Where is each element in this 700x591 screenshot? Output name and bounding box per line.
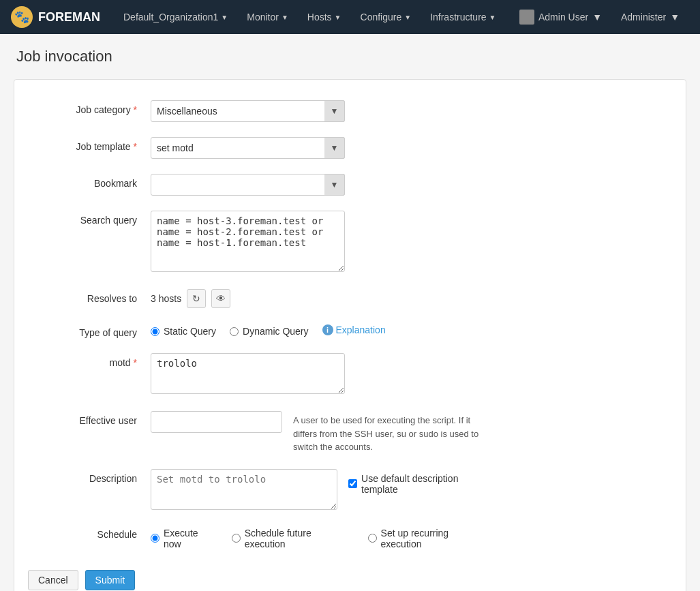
- resolves-count: 3 hosts: [151, 293, 181, 304]
- effective-user-label: Effective user: [28, 411, 151, 426]
- top-navigation: 🐾 FOREMAN Default_Organization1 ▼ Monito…: [0, 0, 700, 34]
- recurring-option[interactable]: Set up recurring execution: [368, 528, 491, 549]
- effective-user-group: Effective user A user to be used for exe…: [28, 411, 672, 454]
- effective-user-help: A user to be used for executing the scri…: [293, 411, 491, 454]
- nav-configure[interactable]: Configure ▼: [351, 0, 421, 34]
- type-of-query-group: Type of query Static Query Dynamic Query…: [28, 323, 672, 338]
- job-category-label: Job category: [28, 100, 151, 115]
- org-caret-icon: ▼: [221, 14, 228, 21]
- configure-caret-icon: ▼: [404, 14, 411, 21]
- bookmark-select[interactable]: [151, 174, 345, 196]
- nav-right: Admin User ▼ Administer ▼: [510, 0, 689, 34]
- preview-button[interactable]: 👁: [211, 289, 230, 308]
- job-template-label: Job template: [28, 137, 151, 152]
- cancel-button[interactable]: Cancel: [28, 570, 78, 590]
- description-wrap: Use default description template: [151, 469, 491, 510]
- job-category-group: Job category Miscellaneous ▼: [28, 100, 672, 122]
- static-query-option[interactable]: Static Query: [151, 326, 216, 337]
- nav-monitor[interactable]: Monitor ▼: [237, 0, 298, 34]
- dynamic-query-option[interactable]: Dynamic Query: [230, 326, 308, 337]
- static-query-radio[interactable]: [151, 327, 159, 336]
- schedule-radio-group: Execute now Schedule future execution Se…: [151, 525, 491, 549]
- schedule-future-radio[interactable]: [232, 534, 241, 543]
- bookmark-label: Bookmark: [28, 174, 151, 189]
- effective-user-input[interactable]: [151, 411, 282, 433]
- infrastructure-caret-icon: ▼: [489, 14, 496, 21]
- nav-hosts[interactable]: Hosts ▼: [298, 0, 351, 34]
- effective-user-control: A user to be used for executing the scri…: [151, 411, 491, 454]
- search-query-control: name = host-3.foreman.test or name = hos…: [151, 211, 491, 274]
- job-invocation-form: Job category Miscellaneous ▼ Job templat…: [14, 79, 686, 591]
- hosts-caret-icon: ▼: [335, 14, 341, 21]
- resolves-row: 3 hosts ↻ 👁: [151, 289, 491, 308]
- bookmark-select-wrapper: ▼: [151, 174, 345, 196]
- execute-now-radio[interactable]: [151, 534, 159, 543]
- info-icon: i: [322, 324, 333, 335]
- job-template-select[interactable]: set motd: [151, 137, 345, 159]
- effective-user-wrap: A user to be used for executing the scri…: [151, 411, 491, 454]
- page-header: Job invocation: [0, 34, 700, 72]
- schedule-control: Execute now Schedule future execution Se…: [151, 525, 491, 549]
- search-query-input[interactable]: name = host-3.foreman.test or name = hos…: [151, 211, 345, 272]
- resolves-to-control: 3 hosts ↻ 👁: [151, 289, 491, 308]
- bookmark-control: ▼: [151, 174, 491, 196]
- motd-control: trololo: [151, 353, 491, 396]
- description-control: Use default description template: [151, 469, 491, 510]
- monitor-caret-icon: ▼: [281, 14, 288, 21]
- job-category-select[interactable]: Miscellaneous: [151, 100, 345, 122]
- schedule-group: Schedule Execute now Schedule future exe…: [28, 525, 672, 549]
- explanation-link[interactable]: i Explanation: [322, 324, 386, 335]
- brand[interactable]: 🐾 FOREMAN: [11, 6, 100, 28]
- dynamic-query-radio[interactable]: [230, 327, 239, 336]
- administer-menu[interactable]: Administer ▼: [611, 0, 689, 34]
- schedule-label: Schedule: [28, 525, 151, 540]
- admin-caret-icon: ▼: [592, 12, 602, 22]
- brand-icon: 🐾: [11, 6, 33, 28]
- search-query-label: Search query: [28, 211, 151, 226]
- execute-now-option[interactable]: Execute now: [151, 528, 218, 549]
- job-category-control: Miscellaneous ▼: [151, 100, 491, 122]
- job-category-select-wrapper: Miscellaneous ▼: [151, 100, 345, 122]
- motd-input[interactable]: trololo: [151, 353, 345, 394]
- type-of-query-control: Static Query Dynamic Query i Explanation: [151, 323, 491, 337]
- submit-button[interactable]: Submit: [85, 570, 136, 590]
- type-query-row: Static Query Dynamic Query i Explanation: [151, 323, 491, 337]
- description-group: Description Use default description temp…: [28, 469, 672, 510]
- motd-label: motd: [28, 353, 151, 368]
- admin-user-menu[interactable]: Admin User ▼: [510, 0, 611, 34]
- default-description-checkbox[interactable]: [348, 479, 357, 488]
- type-of-query-label: Type of query: [28, 323, 151, 338]
- nav-org[interactable]: Default_Organization1 ▼: [114, 0, 237, 34]
- job-template-select-wrapper: set motd ▼: [151, 137, 345, 159]
- refresh-button[interactable]: ↻: [187, 289, 206, 308]
- description-label: Description: [28, 469, 151, 484]
- recurring-radio[interactable]: [368, 534, 377, 543]
- resolves-to-group: Resolves to 3 hosts ↻ 👁: [28, 289, 672, 308]
- nav-infrastructure[interactable]: Infrastructure ▼: [421, 0, 505, 34]
- admin-avatar: [519, 10, 534, 25]
- nav-items: Default_Organization1 ▼ Monitor ▼ Hosts …: [114, 0, 510, 34]
- resolves-to-label: Resolves to: [28, 289, 151, 304]
- job-template-control: set motd ▼: [151, 137, 491, 159]
- job-template-group: Job template set motd ▼: [28, 137, 672, 159]
- default-description-checkbox-label[interactable]: Use default description template: [348, 469, 491, 495]
- administer-caret-icon: ▼: [670, 12, 680, 22]
- motd-group: motd trololo: [28, 353, 672, 396]
- schedule-future-option[interactable]: Schedule future execution: [232, 528, 354, 549]
- search-query-group: Search query name = host-3.foreman.test …: [28, 211, 672, 274]
- description-input[interactable]: [151, 469, 337, 510]
- brand-name: FOREMAN: [38, 10, 100, 25]
- page-title: Job invocation: [16, 48, 684, 65]
- query-type-radio-group: Static Query Dynamic Query: [151, 323, 309, 337]
- bookmark-group: Bookmark ▼: [28, 174, 672, 196]
- form-actions: Cancel Submit: [28, 570, 672, 590]
